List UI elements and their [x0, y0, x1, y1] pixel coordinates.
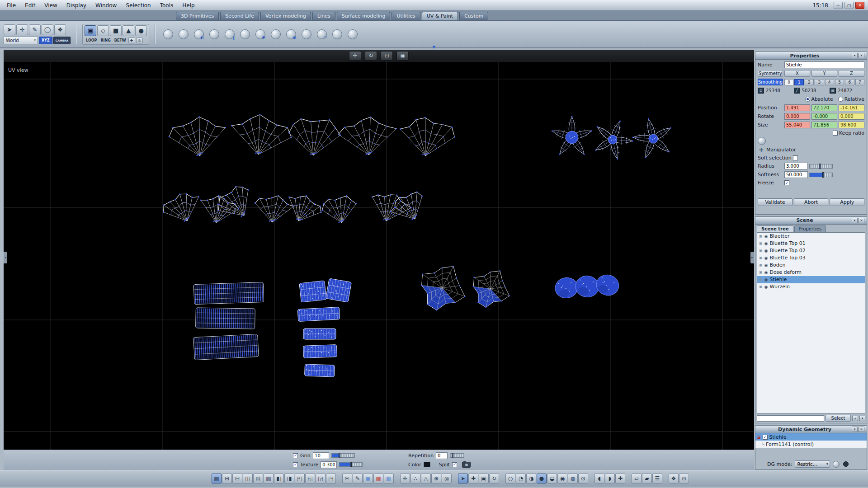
between-select-button[interactable]: BETW — [113, 38, 127, 42]
layout-rows-icon[interactable]: ⊟ — [232, 474, 242, 483]
size-x-input[interactable] — [784, 122, 810, 128]
scene-up-icon[interactable] — [852, 416, 858, 421]
target-tool-icon[interactable]: ◎ — [442, 474, 452, 483]
keep-ratio-checkbox[interactable] — [833, 131, 838, 136]
box-tool-icon[interactable]: ▣ — [479, 474, 489, 483]
grid-size-slider[interactable] — [331, 453, 355, 458]
rotate-tool-icon[interactable]: ↻ — [489, 474, 499, 483]
uv-tool-4-icon[interactable] — [207, 28, 222, 41]
dg-material-sphere-icon[interactable] — [833, 461, 840, 468]
mirror-right-icon[interactable]: ◗ — [605, 474, 615, 483]
smoothing-level-6[interactable]: 6 — [845, 79, 854, 85]
scene-item-stiehle[interactable]: ▣◉Stiehle — [757, 276, 865, 283]
layout-left-icon[interactable]: ◧ — [274, 474, 284, 483]
color-swatch[interactable] — [424, 462, 430, 467]
uv-tool-3-icon[interactable]: ◐ — [192, 28, 206, 41]
pointer-tool-icon[interactable]: ➤ — [458, 474, 468, 483]
panel-collapse-icon[interactable] — [852, 218, 858, 223]
minimize-button[interactable] — [834, 2, 843, 9]
wire-sphere-icon[interactable]: ○ — [505, 474, 515, 483]
maximize-button[interactable] — [844, 2, 854, 9]
uv-grid-blue-icon[interactable]: ▦ — [363, 474, 373, 483]
between-selection-icon[interactable]: ◎ — [136, 38, 143, 43]
tab-uv-paint[interactable]: UV & Paint — [422, 12, 458, 20]
layout-quad-3-icon[interactable]: ◲ — [316, 474, 326, 483]
material-sphere-icon[interactable]: ◉ — [557, 474, 567, 483]
uv-tool-2-icon[interactable] — [176, 28, 191, 41]
softness-slider[interactable] — [809, 173, 833, 177]
menu-file[interactable]: File — [3, 1, 20, 9]
tab-custom[interactable]: Custom — [459, 12, 488, 20]
uv-tool-10-icon[interactable] — [299, 28, 314, 41]
visibility-eye-icon[interactable]: ◉ — [764, 270, 768, 275]
rotate-z-input[interactable] — [839, 113, 864, 120]
visibility-eye-icon[interactable]: ◉ — [764, 249, 768, 253]
scene-item-wurzeln[interactable]: ▣◉Wurzeln — [757, 283, 865, 291]
validate-button[interactable]: Validate — [758, 198, 793, 206]
layout-quad-1-icon[interactable]: ◰ — [295, 474, 305, 483]
position-z-input[interactable] — [839, 104, 864, 111]
visibility-eye-icon[interactable]: ◉ — [764, 277, 768, 282]
snapshot-camera-icon[interactable] — [462, 462, 471, 468]
name-input[interactable] — [784, 61, 864, 68]
layout-quad-2-icon[interactable]: ◱ — [305, 474, 315, 483]
mirror-left-icon[interactable]: ◖ — [594, 474, 604, 483]
smoothing-level-4[interactable]: 4 — [825, 79, 834, 85]
tab-scene-properties[interactable]: Properties — [794, 225, 826, 232]
uv-tool-5-icon[interactable]: ‖ — [222, 28, 237, 41]
uv-tool-11-icon[interactable]: ◠ — [315, 28, 329, 41]
layout-columns-icon[interactable]: ◫ — [243, 474, 253, 483]
layout-quad-4-icon[interactable]: ◳ — [326, 474, 336, 483]
uv-tool-7-icon[interactable]: ✚ — [253, 28, 268, 41]
dot-tool-icon[interactable]: ⊙ — [679, 474, 689, 483]
abort-button[interactable]: Abort — [794, 198, 829, 206]
menu-edit[interactable]: Edit — [21, 1, 39, 9]
texture-checkbox[interactable] — [293, 462, 298, 467]
repetition-input[interactable] — [436, 452, 448, 459]
snap-triangle-icon[interactable]: △ — [421, 474, 431, 483]
shaded-sphere-icon[interactable]: ● — [537, 474, 547, 483]
panel-a-icon[interactable]: ▱ — [632, 474, 642, 483]
zoom-tool-icon[interactable]: ⊕ — [431, 474, 441, 483]
uv-viewport[interactable]: UV view — [4, 62, 754, 450]
smoothing-level-7[interactable]: 7 — [855, 79, 864, 85]
uv-canvas[interactable] — [4, 62, 754, 450]
rotate-x-input[interactable] — [784, 113, 810, 120]
world-space-select[interactable]: World ▾ — [4, 37, 38, 44]
left-panel-collapse-icon[interactable] — [4, 252, 7, 263]
dg-mode-button[interactable]: Restric... ▾ — [795, 460, 830, 468]
scene-item-blaetter[interactable]: ▣◉Blaetter — [757, 233, 865, 240]
uv-tool-1-icon[interactable] — [161, 28, 175, 41]
split-checkbox[interactable] — [452, 462, 457, 467]
dg-item-root[interactable]: ◪ Stiehle — [755, 433, 867, 441]
edge-select-icon[interactable]: ■ — [110, 25, 122, 36]
scene-item-boden[interactable]: ▣◉Boden — [757, 262, 865, 269]
panel-collapse-icon[interactable] — [852, 427, 858, 432]
gem-tool-icon[interactable]: ❖ — [669, 474, 679, 483]
panel-collapse-icon[interactable] — [852, 53, 858, 58]
texture-opacity-input[interactable] — [321, 461, 337, 468]
pan-view-icon[interactable]: ✛ — [349, 51, 361, 61]
layout-stripes-icon[interactable]: ▥ — [264, 474, 274, 483]
panel-close-icon[interactable] — [859, 53, 864, 58]
move-tool-icon[interactable]: ✚ — [468, 474, 478, 483]
ghost-sphere-icon[interactable]: ◍ — [568, 474, 578, 483]
size-z-input[interactable] — [839, 122, 864, 128]
lasso-select-icon[interactable]: ✛ — [16, 24, 28, 35]
repetition-slider[interactable] — [450, 453, 464, 458]
dg-item-child[interactable]: └ Form1141 (control) — [755, 441, 867, 448]
add-view-icon[interactable]: ✚ — [615, 474, 625, 483]
uv-tool-6-icon[interactable] — [238, 28, 252, 41]
rotate-y-input[interactable] — [811, 113, 837, 120]
textured-sphere-icon[interactable]: ◒ — [547, 474, 557, 483]
scene-item-bluette-top-03[interactable]: ▣◉Bluette Top 03 — [757, 254, 865, 262]
uv-tool-12-icon[interactable] — [330, 28, 344, 41]
xyz-mode-button[interactable]: XYZ — [39, 37, 52, 44]
object-select-icon[interactable]: ● — [135, 25, 147, 36]
spray-select-icon[interactable]: ❖ — [54, 24, 66, 35]
menu-display[interactable]: Display — [62, 1, 90, 9]
symmetry-y-button[interactable]: Y — [811, 70, 837, 77]
softness-input[interactable] — [784, 171, 808, 178]
absolute-radio[interactable] — [805, 97, 810, 102]
tab-second-life[interactable]: Second Life — [220, 12, 259, 20]
